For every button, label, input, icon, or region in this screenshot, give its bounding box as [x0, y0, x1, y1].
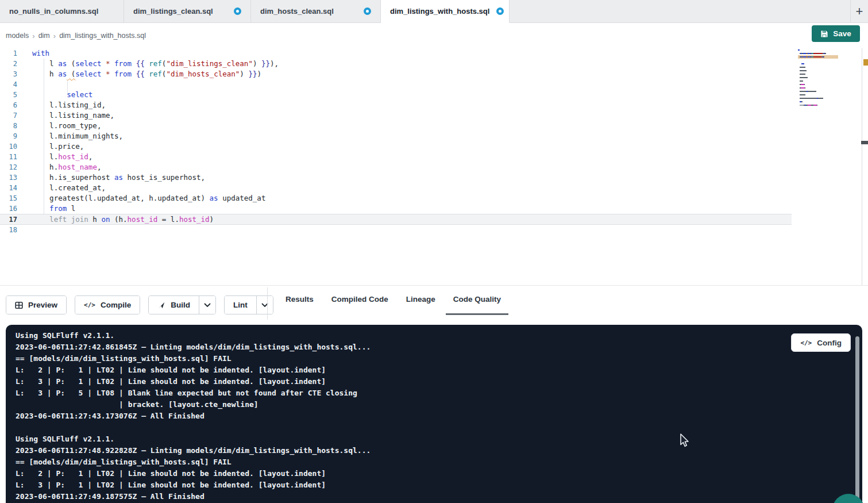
code-line[interactable]: 18 — [0, 225, 792, 235]
lint-button-label: Lint — [233, 301, 248, 309]
code-lines: 1with2 l as (select * from {{ ref("dim_l… — [0, 48, 868, 235]
line-number: 5 — [0, 90, 17, 100]
line-number: 14 — [0, 183, 17, 193]
code-line[interactable]: 12 h.host_name, — [0, 162, 792, 172]
button-group-build: Build — [148, 295, 216, 314]
panel-tabs: ResultsCompiled CodeLineageCode Quality — [286, 295, 501, 315]
config-code-icon: </> — [800, 339, 812, 347]
tab-dim_hosts_clean.sql[interactable]: dim_hosts_clean.sql — [251, 0, 381, 22]
tab-dim_listings_clean.sql[interactable]: dim_listings_clean.sql — [124, 0, 251, 22]
breadcrumb: models›dim›dim_listings_with_hosts.sql — [6, 32, 146, 40]
ide-window: no_nulls_in_columns.sqldim_listings_clea… — [0, 0, 868, 503]
code-line-text: h.is_superhost as host_is_superhost, — [32, 172, 205, 183]
tab-label: dim_listings_with_hosts.sql — [390, 7, 489, 16]
button-group-compile: </>Compile — [75, 295, 140, 314]
code-line[interactable]: 13 h.is_superhost as host_is_superhost, — [0, 172, 792, 183]
tab-dim_listings_with_hosts.sql[interactable]: dim_listings_with_hosts.sql — [381, 0, 510, 23]
terminal-line: L: 2 | P: 1 | LT02 | Line should not be … — [16, 468, 862, 479]
code-line[interactable]: 14 l.created_at, — [0, 183, 792, 193]
line-number: 18 — [0, 225, 17, 235]
config-button-label: Config — [817, 339, 842, 347]
code-line[interactable]: 16 from l — [0, 203, 792, 214]
lint-dropdown-button[interactable] — [256, 296, 273, 314]
build-dropdown-button[interactable] — [199, 296, 215, 314]
code-line-text: h as (select * from {{ ref("dim_hosts_cl… — [32, 69, 261, 79]
line-number: 15 — [0, 193, 17, 203]
tab-code-quality[interactable]: Code Quality — [446, 295, 508, 315]
tab-lineage[interactable]: Lineage — [406, 295, 435, 315]
action-toolbar: Preview</>CompileBuildLint ResultsCompil… — [0, 286, 868, 325]
terminal-scrollbar[interactable] — [855, 336, 859, 501]
code-line-text: l.host_id, — [32, 152, 92, 162]
terminal-line: L: 3 | P: 1 | LT02 | Line should not be … — [16, 376, 862, 387]
build-button-label: Build — [171, 301, 190, 309]
terminal-line: 2023-06-06T11:27:49.187575Z – All Finish… — [16, 491, 862, 502]
line-number: 2 — [0, 59, 17, 69]
code-line[interactable]: 10 l.price, — [0, 141, 792, 152]
code-line[interactable]: 11 l.host_id, — [0, 152, 792, 162]
open-file-tabs: no_nulls_in_columns.sqldim_listings_clea… — [0, 0, 510, 22]
line-number: 1 — [0, 48, 17, 59]
code-line[interactable]: 17 left join h on (h.host_id = l.host_id… — [0, 214, 792, 225]
tab-compiled-code[interactable]: Compiled Code — [331, 295, 388, 315]
tab-results[interactable]: Results — [286, 295, 314, 315]
toolbar-buttons: Preview</>CompileBuildLint — [6, 295, 281, 314]
breadcrumb-chevron-icon: › — [53, 32, 56, 40]
compile-button[interactable]: </>Compile — [75, 296, 140, 314]
line-number: 3 — [0, 69, 17, 79]
terminal-line: Using SQLFluff v2.1.1. — [16, 433, 862, 445]
tab-bar: no_nulls_in_columns.sqldim_listings_clea… — [0, 0, 868, 23]
tab-bar-spacer — [510, 0, 850, 22]
terminal-line: == [models/dim/dim_listings_with_hosts.s… — [16, 456, 862, 468]
modified-dot-icon — [234, 7, 241, 15]
save-button[interactable]: Save — [812, 25, 860, 42]
preview-button-label: Preview — [28, 301, 57, 309]
line-number: 13 — [0, 172, 17, 183]
line-number: 16 — [0, 203, 17, 214]
config-button[interactable]: </> Config — [791, 333, 851, 352]
preview-button[interactable]: Preview — [6, 296, 66, 314]
compile-code-icon: </> — [84, 301, 95, 309]
lint-button[interactable]: Lint — [225, 296, 256, 314]
lint-output-terminal[interactable]: Using SQLFluff v2.1.1.2023-06-06T11:27:4… — [6, 325, 862, 503]
breadcrumb-row: models›dim›dim_listings_with_hosts.sql S… — [0, 23, 868, 48]
preview-grid-icon — [15, 301, 23, 309]
code-line[interactable]: 4 — [0, 79, 792, 90]
minimap-line — [798, 107, 838, 110]
code-line[interactable]: 9 l.minimum_nights, — [0, 131, 792, 141]
save-button-label: Save — [833, 29, 851, 38]
breadcrumb-item[interactable]: dim_listings_with_hosts.sql — [59, 32, 146, 40]
code-line[interactable]: 15 greatest(l.updated_at, h.updated_at) … — [0, 193, 792, 203]
line-number: 7 — [0, 110, 17, 121]
tab-label: dim_listings_clean.sql — [133, 7, 213, 16]
terminal-line: == [models/dim/dim_listings_with_hosts.s… — [16, 353, 862, 364]
code-line-text: from l — [32, 203, 75, 214]
code-line[interactable]: 1with — [0, 48, 792, 59]
code-line[interactable]: 3 h as (select * from {{ ref("dim_hosts_… — [0, 69, 792, 79]
build-button[interactable]: Build — [149, 296, 199, 314]
editor-scrollbar-gutter[interactable] — [862, 48, 868, 286]
terminal-line: Using SQLFluff v2.1.1. — [16, 330, 862, 341]
tab-no_nulls_in_columns.sql[interactable]: no_nulls_in_columns.sql — [0, 0, 124, 22]
breadcrumb-chevron-icon: › — [32, 32, 34, 40]
code-line-text: h.host_name, — [32, 162, 101, 172]
code-line[interactable]: 6 l.listing_id, — [0, 100, 792, 110]
line-number: 12 — [0, 162, 17, 172]
new-tab-button[interactable]: + — [850, 0, 868, 22]
code-editor[interactable]: 1with2 l as (select * from {{ ref("dim_l… — [0, 48, 868, 286]
terminal-line: L: 3 | P: 1 | LT02 | Line should not be … — [16, 479, 862, 491]
breadcrumb-item[interactable]: dim — [38, 32, 50, 40]
code-line[interactable]: 2 l as (select * from {{ ref("dim_listin… — [0, 59, 792, 69]
code-line[interactable]: 5 select — [0, 90, 792, 100]
line-number: 8 — [0, 121, 17, 131]
code-line[interactable]: 8 l.room_type, — [0, 121, 792, 131]
minimap[interactable] — [798, 48, 838, 110]
button-group-preview: Preview — [6, 295, 67, 314]
tab-label: no_nulls_in_columns.sql — [9, 7, 98, 16]
code-line[interactable]: 7 l.listing_name, — [0, 110, 792, 121]
breadcrumb-item[interactable]: models — [6, 32, 29, 40]
code-line-text: l.minimum_nights, — [32, 131, 123, 141]
warning-marker — [863, 59, 868, 66]
modified-dot-icon — [364, 7, 371, 15]
terminal-output: Using SQLFluff v2.1.1.2023-06-06T11:27:4… — [16, 330, 862, 502]
